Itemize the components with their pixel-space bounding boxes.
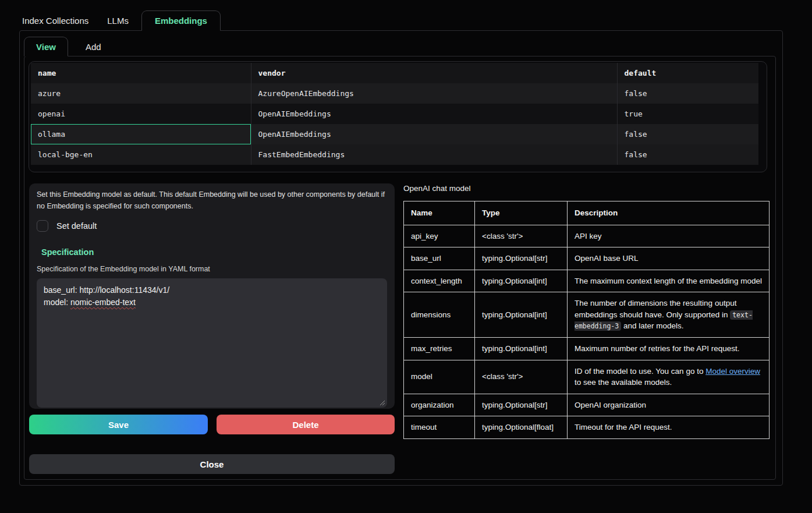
model-row-timeout: timeout typing.Optional[float] Timeout f… <box>404 416 770 439</box>
model-row-dimensions: dimensions typing.Optional[int] The numb… <box>404 292 770 338</box>
top-tab-bar: Index Collections LLMs Embeddings <box>22 10 221 31</box>
model-info-table: Name Type Description api_key <class 'st… <box>403 201 770 439</box>
cell-default: false <box>617 144 758 165</box>
cell-vendor: OpenAIEmbeddings <box>251 104 617 124</box>
table-header-row: name vendor default <box>31 63 758 83</box>
yaml-line-2: model: nomic-embed-text <box>44 296 380 309</box>
sub-tab-bar: View Add <box>24 37 111 56</box>
resize-handle-icon[interactable] <box>380 400 385 406</box>
column-header-name: name <box>31 63 251 83</box>
model-row-base-url: base_url typing.Optional[str] OpenAI bas… <box>404 247 770 270</box>
cell-name: openai <box>31 104 251 124</box>
model-row-context-length: context_length typing.Optional[int] The … <box>404 270 770 292</box>
yaml-line-1: base_url: http://localhost:11434/v1/ <box>44 284 380 296</box>
model-info-title: OpenAI chat model <box>403 184 471 193</box>
cell-name: azure <box>31 83 251 104</box>
cell-vendor: FastEmbedEmbeddings <box>251 144 617 165</box>
tab-index-collections[interactable]: Index Collections <box>22 10 98 31</box>
table-row-local-bge-en[interactable]: local-bge-en FastEmbedEmbeddings false <box>31 144 758 165</box>
column-header-description: Description <box>568 201 770 225</box>
set-default-label: Set default <box>56 221 97 231</box>
column-header-default: default <box>617 63 758 83</box>
yaml-model-value: nomic-embed-text <box>70 298 136 307</box>
cell-name: local-bge-en <box>31 144 251 165</box>
embedding-detail-panel: Set this Embedding model as default. Thi… <box>29 183 395 409</box>
cell-name-selected: ollama <box>31 124 251 144</box>
delete-button[interactable]: Delete <box>217 415 395 434</box>
tab-view[interactable]: View <box>24 37 68 56</box>
column-header-type: Type <box>475 201 568 225</box>
yaml-spec-editor[interactable]: base_url: http://localhost:11434/v1/ mod… <box>37 278 387 408</box>
cell-default: false <box>617 124 758 144</box>
tab-llms[interactable]: LLMs <box>98 10 138 31</box>
model-table-header-row: Name Type Description <box>404 201 770 225</box>
model-row-max-retries: max_retries typing.Optional[int] Maximum… <box>404 337 770 360</box>
tab-embeddings[interactable]: Embeddings <box>141 10 221 31</box>
cell-vendor: OpenAIEmbeddings <box>251 124 617 144</box>
cell-default: true <box>617 104 758 124</box>
model-overview-link[interactable]: Model overview <box>705 367 760 376</box>
embeddings-table: name vendor default azure AzureOpenAIEmb… <box>31 63 758 165</box>
specification-subtitle: Specification of the Embedding model in … <box>37 265 387 273</box>
table-row-azure[interactable]: azure AzureOpenAIEmbeddings false <box>31 83 758 104</box>
table-row-openai[interactable]: openai OpenAIEmbeddings true <box>31 104 758 124</box>
column-header-vendor: vendor <box>251 63 617 83</box>
specification-heading: Specification <box>41 247 387 257</box>
cell-default: false <box>617 83 758 104</box>
cell-vendor: AzureOpenAIEmbeddings <box>251 83 617 104</box>
set-default-checkbox[interactable] <box>37 220 48 232</box>
model-row-model: model <class 'str'> ID of the model to u… <box>404 360 770 394</box>
table-row-ollama[interactable]: ollama OpenAIEmbeddings false <box>31 124 758 144</box>
embeddings-panel: View Add name vendor default <box>19 30 783 486</box>
app-window: Index Collections LLMs Embeddings View A… <box>0 0 812 513</box>
view-panel: name vendor default azure AzureOpenAIEmb… <box>24 56 776 480</box>
set-default-help-text: Set this Embedding model as default. Thi… <box>37 189 387 212</box>
model-row-api-key: api_key <class 'str'> API key <box>404 225 770 247</box>
save-button[interactable]: Save <box>29 415 208 434</box>
model-row-organization: organization typing.Optional[str] OpenAI… <box>404 394 770 416</box>
close-button[interactable]: Close <box>29 454 395 474</box>
set-default-row: Set default <box>37 220 387 232</box>
model-info-table-container: Name Type Description api_key <class 'st… <box>403 201 770 439</box>
tab-add[interactable]: Add <box>76 37 111 56</box>
column-header-name: Name <box>404 201 475 225</box>
embeddings-table-container: name vendor default azure AzureOpenAIEmb… <box>29 61 767 172</box>
